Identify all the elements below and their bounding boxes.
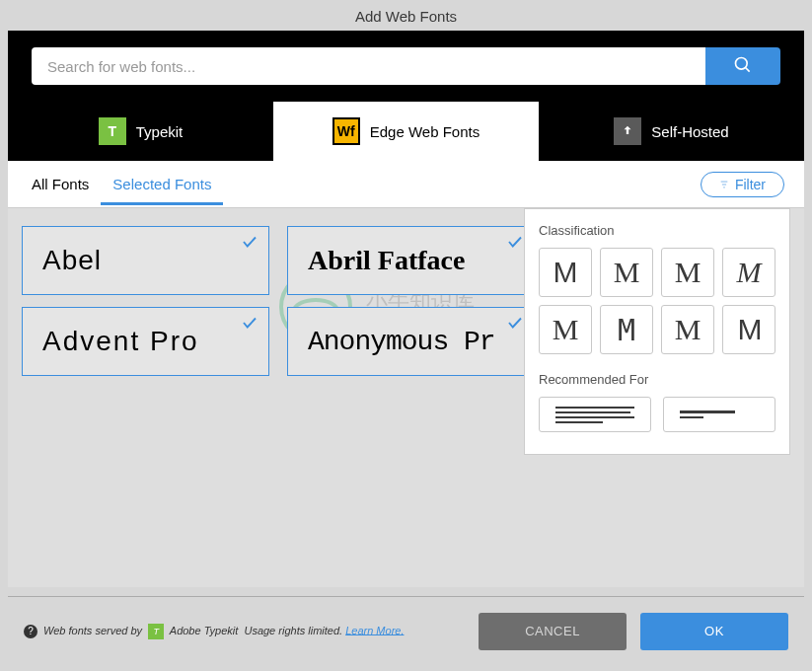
provider-tab-typekit[interactable]: T Typekit xyxy=(8,102,273,161)
filter-button-label: Filter xyxy=(735,177,766,192)
font-list-area: 小牛知识库 Z H I S H I K U Abel Abril Fatface… xyxy=(8,208,804,587)
provider-tab-selfhosted[interactable]: Self-Hosted xyxy=(539,102,804,161)
provider-tab-label: Edge Web Fonts xyxy=(370,123,480,140)
ok-button[interactable]: OK xyxy=(640,613,788,650)
font-name: Abel xyxy=(42,245,102,276)
classification-slab-serif[interactable]: M xyxy=(661,248,714,297)
font-card-abel[interactable]: Abel xyxy=(22,226,269,295)
typekit-badge-icon: T xyxy=(148,624,164,639)
classification-decorative[interactable]: M xyxy=(722,305,775,354)
classification-grid: M M M M M M M M xyxy=(539,248,775,354)
classification-label: Classification xyxy=(539,223,775,238)
svg-line-1 xyxy=(746,67,750,71)
provider-tabs: T Typekit Wf Edge Web Fonts Self-Hosted xyxy=(8,102,804,161)
search-input[interactable] xyxy=(32,47,705,85)
edge-web-fonts-icon: Wf xyxy=(332,117,360,145)
classification-sans-serif[interactable]: M xyxy=(539,248,592,297)
footer: ? Web fonts served by T Adobe Typekit Us… xyxy=(8,596,804,665)
provider-tab-label: Self-Hosted xyxy=(651,123,728,140)
font-grid: Abel Abril Fatface Advent Pro Anonymous … xyxy=(22,226,535,376)
font-name: Anonymous Pr xyxy=(308,327,495,357)
recommended-grid xyxy=(539,397,775,432)
provider-tab-edge[interactable]: Wf Edge Web Fonts xyxy=(273,102,539,161)
classification-monospaced[interactable]: M xyxy=(600,305,653,354)
help-icon[interactable]: ? xyxy=(24,625,37,638)
font-card-advent-pro[interactable]: Advent Pro xyxy=(22,307,269,376)
served-by-text: Web fonts served by T Adobe Typekit Usag… xyxy=(43,624,404,639)
recommended-headings[interactable] xyxy=(663,397,775,432)
check-icon xyxy=(241,314,258,336)
classification-blackletter[interactable]: M xyxy=(539,305,592,354)
classification-serif[interactable]: M xyxy=(600,248,653,297)
recommended-paragraphs[interactable] xyxy=(539,397,651,432)
font-name: Abril Fatface xyxy=(308,245,465,276)
search-icon xyxy=(733,55,753,78)
classification-script[interactable]: M xyxy=(722,248,775,297)
filter-panel: Classification M M M M M M M M Recommend… xyxy=(524,208,790,455)
font-card-abril-fatface[interactable]: Abril Fatface xyxy=(287,226,535,295)
font-card-anonymous-pro[interactable]: Anonymous Pr xyxy=(287,307,535,376)
subtab-selected-fonts[interactable]: Selected Fonts xyxy=(101,164,223,205)
cancel-button[interactable]: CANCEL xyxy=(479,613,627,650)
subtab-all-fonts[interactable]: All Fonts xyxy=(20,164,101,205)
top-panel: T Typekit Wf Edge Web Fonts Self-Hosted xyxy=(8,31,804,161)
search-row xyxy=(8,31,804,102)
filter-icon xyxy=(719,177,729,192)
recommended-for-label: Recommended For xyxy=(539,372,775,387)
check-icon xyxy=(506,233,524,255)
learn-more-link[interactable]: Learn More. xyxy=(345,624,404,635)
check-icon xyxy=(241,233,258,255)
typekit-icon: T xyxy=(99,117,126,145)
subtabs-row: All Fonts Selected Fonts Filter xyxy=(8,161,804,208)
search-button[interactable] xyxy=(705,47,780,85)
check-icon xyxy=(506,314,524,336)
upload-icon xyxy=(614,117,641,145)
dialog-title: Add Web Fonts xyxy=(0,0,812,31)
classification-handmade[interactable]: M xyxy=(661,305,714,354)
font-name: Advent Pro xyxy=(42,326,199,357)
filter-button[interactable]: Filter xyxy=(701,172,784,197)
provider-tab-label: Typekit xyxy=(136,123,184,140)
svg-point-0 xyxy=(736,57,748,69)
